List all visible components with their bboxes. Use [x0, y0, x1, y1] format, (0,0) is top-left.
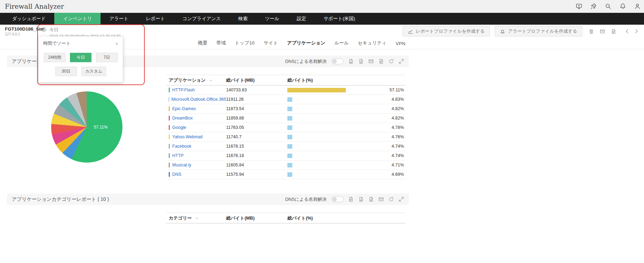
application-link[interactable]: Facebook	[172, 144, 191, 149]
doc-chart-icon[interactable]	[358, 197, 364, 202]
nav-item-2[interactable]: アラート	[101, 13, 137, 25]
application-pie-chart: 57.11%	[51, 91, 122, 163]
refresh-icon[interactable]	[389, 197, 394, 202]
doc-excel-icon[interactable]	[368, 197, 374, 202]
column-category[interactable]: カテゴリー ▲	[166, 215, 226, 221]
column-application[interactable]: アプリケーション ▲	[166, 77, 226, 83]
user-icon[interactable]	[634, 3, 641, 9]
nav-item-4[interactable]: コンプライアンス	[174, 13, 230, 25]
nav-item-5[interactable]: 検索	[230, 13, 256, 25]
row-color-marker	[169, 144, 170, 149]
application-cell: DreamBox	[166, 116, 226, 121]
table-row: DNS11575.944.69%	[166, 170, 405, 179]
percent-cell: 4.78%	[287, 123, 405, 132]
application-link[interactable]: Microsoft.Outlook.Office.365	[172, 97, 226, 102]
tab-4[interactable]: アプリケーション	[283, 37, 330, 49]
total-mb-value: 11740.7	[226, 134, 287, 139]
chevron-left-icon[interactable]	[625, 28, 630, 34]
category-table: カテゴリー ▲ 総バイト(MB) 総バイト(%)	[166, 213, 405, 223]
tab-3[interactable]: サイト	[259, 37, 282, 49]
application-link[interactable]: Musical.ly	[172, 163, 191, 167]
screen-cast-icon[interactable]	[576, 3, 582, 9]
create-alert-profile-label: アラートプロファイルを作成する	[508, 28, 577, 34]
search-icon[interactable]	[605, 3, 611, 9]
nav-item-1[interactable]: インベントリ	[54, 13, 101, 25]
nav-item-3[interactable]: レポート	[137, 13, 174, 25]
mail-icon[interactable]	[368, 59, 374, 64]
percent-value: 4.78%	[392, 125, 404, 130]
table-row: Facebook11678.154.74%	[166, 142, 405, 151]
doc-chart-icon[interactable]	[348, 59, 353, 64]
create-report-profile-button[interactable]: レポートプロファイルを作成する	[403, 26, 490, 36]
row-color-marker	[169, 116, 170, 121]
rocket-launch-icon[interactable]	[590, 3, 597, 9]
doc-excel-icon[interactable]	[358, 59, 364, 64]
mail-icon[interactable]	[600, 29, 605, 34]
time-option-2[interactable]: 7日	[96, 53, 118, 62]
table-row: Musical.ly11605.844.71%	[166, 161, 405, 170]
tab-2[interactable]: トップ10	[230, 37, 259, 49]
row-color-marker	[169, 134, 170, 139]
nav-item-6[interactable]: ツール	[256, 13, 288, 25]
percent-value: 4.74%	[392, 144, 404, 149]
application-link[interactable]: DreamBox	[172, 116, 193, 121]
percent-value: 4.69%	[392, 172, 404, 177]
application-cell: DNS	[166, 172, 226, 177]
time-option-1[interactable]: 今日	[70, 53, 92, 62]
trash-icon[interactable]	[589, 29, 594, 34]
application-link[interactable]: Epic.Games	[172, 106, 196, 111]
expand-icon[interactable]	[399, 197, 404, 202]
application-link[interactable]: Yahoo.Webmail	[172, 134, 202, 139]
application-link[interactable]: HTTP.Flash	[172, 88, 195, 92]
refresh-icon[interactable]	[389, 59, 394, 64]
time-option-0[interactable]: 24時間	[44, 53, 65, 62]
tab-1[interactable]: 帯域	[212, 37, 230, 49]
time-option-4[interactable]: カスタム	[81, 67, 106, 76]
application-link[interactable]: HTTP	[172, 153, 184, 158]
main-nav: ダッシュボードインベントリアラートレポートコンプライアンス検索ツール設定サポート…	[0, 13, 644, 25]
column-category-label: カテゴリー	[169, 215, 192, 221]
total-mb-value: 11678.15	[226, 144, 287, 149]
time-option-3[interactable]: 30日	[55, 67, 77, 76]
application-cell: Epic.Games	[166, 106, 226, 111]
tab-0[interactable]: 概要	[193, 37, 212, 49]
percent-cell: 4.82%	[287, 104, 405, 113]
application-link[interactable]: Google	[172, 125, 186, 130]
mail-icon[interactable]	[379, 197, 384, 202]
nav-item-8[interactable]: サポート(米国)	[315, 13, 364, 25]
percent-bar	[287, 116, 292, 121]
close-icon[interactable]: ×	[115, 41, 118, 46]
percent-cell: 4.71%	[287, 161, 405, 170]
nav-item-0[interactable]: ダッシュボード	[3, 13, 54, 25]
device-info: FGT100D186_Sim 127.0.0.1	[5, 26, 45, 36]
column-total-mb[interactable]: 総バイト(MB)	[226, 215, 287, 221]
tab-6[interactable]: セキュリティ	[353, 37, 391, 49]
total-mb-value: 140733.63	[226, 88, 287, 92]
device-actions: レポートプロファイルを作成する アラートプロファイルを作成する	[403, 26, 639, 36]
application-cell: Musical.ly	[166, 163, 226, 167]
tab-5[interactable]: ルール	[330, 37, 353, 49]
expand-icon[interactable]	[399, 59, 404, 64]
doc-pdf-icon[interactable]	[379, 59, 384, 64]
percent-bar	[287, 107, 292, 111]
nav-item-7[interactable]: 設定	[288, 13, 315, 25]
device-icon-row	[589, 29, 616, 34]
row-color-marker	[169, 153, 170, 158]
doc-pdf-icon[interactable]	[348, 197, 353, 202]
time-filter-selected: 今日	[49, 27, 120, 33]
notifications-icon[interactable]	[620, 3, 626, 9]
column-total-pct[interactable]: 総バイト(%)	[287, 77, 405, 83]
column-total-mb[interactable]: 総バイト(MB)	[226, 77, 287, 83]
application-link[interactable]: DNS	[172, 172, 181, 177]
percent-cell: 4.74%	[287, 151, 405, 160]
doc-pdf-icon[interactable]	[611, 29, 616, 34]
column-total-pct[interactable]: 総バイト(%)	[287, 215, 405, 221]
dns-resolve-toggle[interactable]	[332, 58, 343, 64]
tab-7[interactable]: VPN	[391, 38, 410, 49]
application-cell: Facebook	[166, 144, 226, 149]
create-alert-profile-button[interactable]: アラートプロファイルを作成する	[495, 26, 582, 36]
dns-resolve-toggle[interactable]	[332, 196, 343, 202]
row-color-marker	[169, 125, 170, 130]
chevron-right-icon[interactable]	[634, 28, 639, 34]
device-ip: 127.0.0.1	[5, 32, 45, 36]
